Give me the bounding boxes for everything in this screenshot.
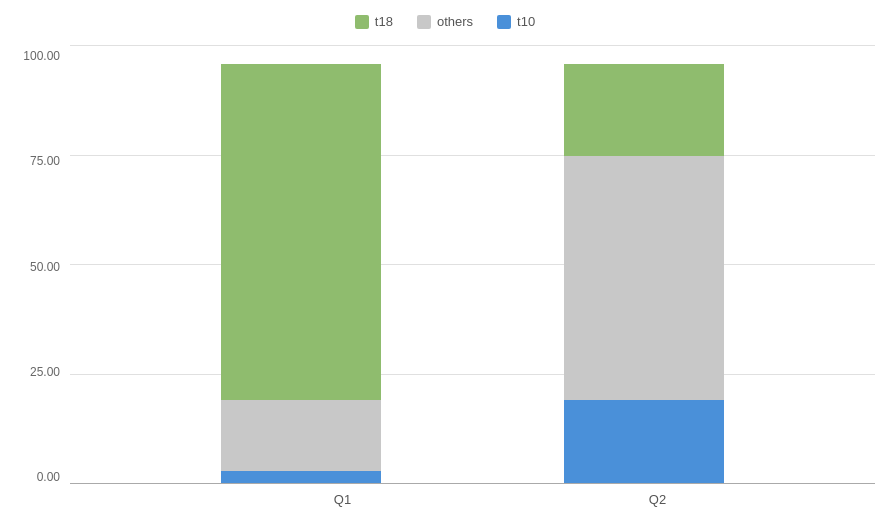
y-axis-label: 50.00 — [30, 260, 60, 274]
legend-label-others: others — [437, 14, 473, 29]
chart-area: 100.0075.0050.0025.000.00 Q1Q2 — [15, 45, 875, 514]
y-axis-label: 75.00 — [30, 154, 60, 168]
plot-area: Q1Q2 — [70, 45, 875, 514]
stacked-bar-q1 — [221, 64, 381, 484]
chart-container: t18 others t10 100.0075.0050.0025.000.00… — [15, 14, 875, 514]
bar-segment-t18 — [564, 64, 724, 156]
legend-swatch-t18 — [355, 15, 369, 29]
y-axis-label: 0.00 — [37, 470, 60, 484]
y-axis: 100.0075.0050.0025.000.00 — [15, 45, 70, 514]
bar-segment-t10 — [564, 400, 724, 484]
bars-row — [70, 45, 875, 484]
x-label-q1: Q1 — [263, 492, 423, 507]
chart-legend: t18 others t10 — [15, 14, 875, 29]
bar-segment-others — [221, 400, 381, 471]
legend-swatch-t10 — [497, 15, 511, 29]
legend-item-others: others — [417, 14, 473, 29]
x-label-q2: Q2 — [578, 492, 738, 507]
legend-item-t18: t18 — [355, 14, 393, 29]
legend-label-t18: t18 — [375, 14, 393, 29]
bar-group-q2 — [564, 64, 724, 484]
bar-group-q1 — [221, 64, 381, 484]
stacked-bar-q2 — [564, 64, 724, 484]
legend-label-t10: t10 — [517, 14, 535, 29]
legend-item-t10: t10 — [497, 14, 535, 29]
y-axis-label: 100.00 — [23, 49, 60, 63]
bar-segment-others — [564, 156, 724, 400]
x-labels: Q1Q2 — [125, 484, 875, 514]
y-axis-label: 25.00 — [30, 365, 60, 379]
legend-swatch-others — [417, 15, 431, 29]
bar-segment-t18 — [221, 64, 381, 400]
